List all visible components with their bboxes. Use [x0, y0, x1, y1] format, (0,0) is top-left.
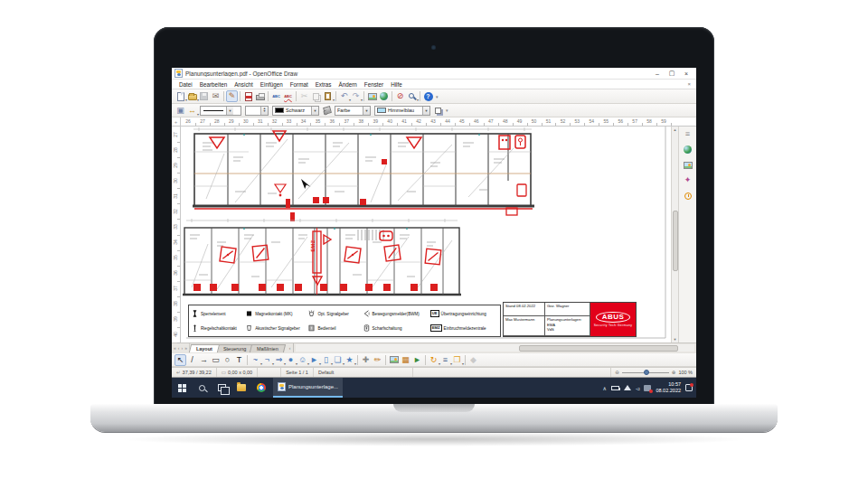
vertical-scroll-thumb[interactable] — [673, 211, 678, 272]
action-center-icon[interactable] — [685, 384, 693, 391]
menu-bearbeiten[interactable]: Bearbeiten — [196, 81, 231, 88]
template-indicator[interactable]: Default — [314, 368, 413, 377]
alignment-button[interactable]: ≡▾ — [439, 354, 451, 366]
fill-type-select[interactable]: Farbe ▼ — [335, 106, 371, 116]
menu-ndern[interactable]: Ändern — [335, 81, 361, 88]
styles-button[interactable]: ▣ — [175, 105, 186, 117]
menu-hilfe[interactable]: Hilfe — [387, 81, 406, 88]
drawing-canvas[interactable]: EMZ Sperrelement Magnetkontakt (MK) — [181, 127, 671, 343]
prev-tab-icon[interactable]: ‹ — [178, 345, 180, 351]
close-button[interactable]: × — [679, 69, 693, 79]
area-style-button[interactable] — [321, 105, 333, 117]
toolbar-overflow-icon[interactable]: ▾ — [436, 94, 439, 99]
lines-arrows-button[interactable]: ⇒▾ — [273, 354, 285, 366]
menu-format[interactable]: Format — [287, 81, 312, 88]
sync-alert-icon[interactable] — [644, 385, 651, 391]
spellcheck-button[interactable]: ABC — [270, 90, 282, 102]
timer-panel-button[interactable] — [682, 190, 694, 202]
redo-button[interactable]: ↷▾ — [350, 90, 362, 102]
arrange-button[interactable]: ❐▾ — [451, 354, 463, 366]
battery-icon[interactable] — [611, 386, 619, 390]
arrow-style-button[interactable]: ↔▾ — [186, 105, 198, 117]
basic-shapes-button[interactable]: ●▾ — [285, 354, 297, 366]
menu-ansicht[interactable]: Ansicht — [231, 81, 257, 88]
zoom-slider[interactable] — [622, 372, 669, 373]
next-tab-icon[interactable]: › — [181, 345, 183, 351]
arrow-line-button[interactable]: → — [198, 354, 210, 366]
menu-einfgen[interactable]: Einfügen — [257, 81, 287, 88]
scroll-up-icon[interactable]: ▲ — [674, 127, 677, 133]
task-view-button[interactable] — [212, 378, 231, 398]
speaker-icon[interactable]: ◅ — [636, 385, 640, 391]
show-hidden-icons-button[interactable]: ∧ — [602, 385, 606, 391]
scroll-down-icon[interactable]: ▼ — [674, 336, 677, 343]
gallery-button[interactable] — [366, 90, 378, 102]
menu-extras[interactable]: Extras — [312, 81, 335, 88]
zoom-value[interactable]: 100 % — [678, 370, 693, 375]
export-pdf-button[interactable] — [242, 90, 254, 102]
scroll-left-icon[interactable]: ‹ — [287, 343, 294, 352]
gallery-panel-button[interactable] — [682, 159, 694, 171]
help-button[interactable]: ? — [422, 90, 434, 102]
rectangle-button[interactable]: ▭ — [210, 354, 222, 366]
glue-points-button[interactable]: ✏ — [372, 354, 383, 366]
callouts-button[interactable]: ❏▾ — [332, 354, 344, 366]
taskbar-app-button[interactable]: Planungsunterlage... — [273, 378, 343, 398]
horizontal-ruler[interactable]: 2627282930313233343536373839404142434445… — [181, 117, 671, 126]
minimize-button[interactable]: – — [650, 69, 665, 79]
symbol-shapes-button[interactable]: ☺▾ — [297, 354, 308, 366]
vertical-scrollbar[interactable]: ▲ ▼ — [671, 127, 678, 343]
menu-fenster[interactable]: Fenster — [361, 81, 387, 88]
edit-points-button[interactable]: ✚ — [360, 354, 372, 366]
stars-button[interactable]: ★▾ — [344, 354, 355, 366]
block-arrows-button[interactable]: ►▾ — [308, 354, 320, 366]
autospellcheck-button[interactable]: ABC — [282, 90, 294, 102]
copy-button[interactable] — [310, 90, 322, 102]
horizontal-scrollbar[interactable] — [296, 344, 694, 352]
zoom-in-icon[interactable]: ⊕ — [672, 370, 676, 375]
insert-gallery-button[interactable]: ▦ — [400, 354, 411, 366]
horizontal-scroll-thumb[interactable] — [519, 345, 678, 352]
open-document-button[interactable]: ▾ — [186, 90, 198, 102]
select-button[interactable]: ↖ — [175, 354, 186, 366]
taskbar-search-button[interactable] — [192, 378, 212, 398]
tab-steuerung[interactable]: Steuerung — [216, 344, 254, 352]
new-document-button[interactable]: ▾ — [175, 90, 186, 102]
ellipse-button[interactable]: ○ — [222, 354, 233, 366]
line-color-select[interactable]: Schwarz ▼ — [272, 106, 319, 116]
toolbar-overflow-icon[interactable]: ▾ — [446, 108, 448, 113]
line-style-select[interactable]: ▼ — [200, 106, 241, 116]
undo-button[interactable]: ↶▾ — [338, 90, 350, 102]
web-button[interactable] — [378, 90, 390, 102]
document-close-button[interactable]: × — [687, 81, 693, 87]
fill-color-select[interactable]: Himmelblau ▼ — [374, 106, 430, 116]
web-preview-button[interactable] — [682, 144, 694, 155]
insert-picture-button[interactable] — [388, 354, 400, 366]
insert-media-button[interactable]: ► — [411, 354, 423, 366]
text-button[interactable]: T — [233, 354, 245, 366]
line-button[interactable]: / — [186, 354, 198, 366]
maximize-button[interactable]: ▢ — [665, 69, 679, 79]
curve-button[interactable]: ~▾ — [250, 354, 261, 366]
zoom-out-icon[interactable]: ⊖ — [615, 370, 619, 375]
vertical-ruler[interactable]: 2728293031323334353637383940 — [172, 127, 181, 343]
readonly-toggle-button[interactable]: ⊘ — [394, 90, 406, 102]
start-button[interactable] — [172, 378, 192, 398]
first-tab-icon[interactable]: « — [174, 345, 176, 351]
menu-datei[interactable]: Datei — [175, 81, 196, 88]
extrusion-button[interactable]: ◆ — [467, 354, 479, 366]
connector-button[interactable]: ¬▾ — [261, 354, 273, 366]
print-document-button[interactable] — [254, 90, 266, 102]
tab-layout[interactable]: Layout — [189, 344, 220, 352]
toolbar-options-button[interactable]: ≡ — [682, 128, 694, 140]
zoom-button[interactable]: ▾ — [406, 90, 418, 102]
document-as-email-button[interactable]: ✉ — [210, 90, 222, 102]
shadow-button[interactable] — [432, 105, 444, 117]
last-tab-icon[interactable]: » — [184, 345, 187, 351]
effects-panel-button[interactable]: ✦ — [682, 174, 694, 186]
rotate-button[interactable]: ↻▾ — [428, 354, 439, 366]
flowchart-button[interactable]: ▯▾ — [320, 354, 332, 366]
save-document-button[interactable] — [198, 90, 210, 102]
clock[interactable]: 10:57 08.02.2022 — [656, 381, 681, 394]
file-explorer-button[interactable] — [231, 378, 251, 398]
